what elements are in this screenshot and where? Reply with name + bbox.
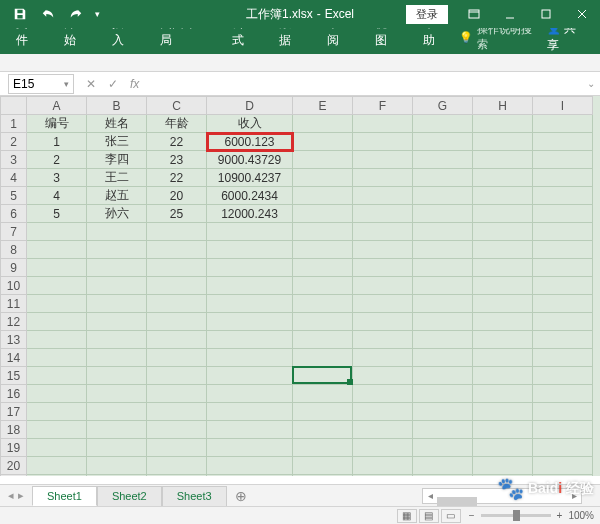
col-head-D[interactable]: D — [207, 97, 293, 115]
cell-H12[interactable] — [473, 313, 533, 331]
row-head-6[interactable]: 6 — [1, 205, 27, 223]
cell-H15[interactable] — [473, 367, 533, 385]
row-head-21[interactable]: 21 — [1, 475, 27, 477]
cell-C19[interactable] — [147, 439, 207, 457]
col-head-H[interactable]: H — [473, 97, 533, 115]
cell-H20[interactable] — [473, 457, 533, 475]
cell-A6[interactable]: 5 — [27, 205, 87, 223]
page-layout-view-button[interactable]: ▤ — [419, 509, 439, 523]
cell-B13[interactable] — [87, 331, 147, 349]
cell-G19[interactable] — [413, 439, 473, 457]
cell-G17[interactable] — [413, 403, 473, 421]
cell-F9[interactable] — [353, 259, 413, 277]
col-head-I[interactable]: I — [533, 97, 593, 115]
cell-G9[interactable] — [413, 259, 473, 277]
cell-D13[interactable] — [207, 331, 293, 349]
cell-A16[interactable] — [27, 385, 87, 403]
cell-A18[interactable] — [27, 421, 87, 439]
cell-A14[interactable] — [27, 349, 87, 367]
cell-B14[interactable] — [87, 349, 147, 367]
formula-expand-button[interactable]: ⌄ — [582, 78, 600, 89]
cell-F15[interactable] — [353, 367, 413, 385]
cell-F5[interactable] — [353, 187, 413, 205]
name-box[interactable]: E15 ▾ — [8, 74, 74, 94]
cell-D15[interactable] — [207, 367, 293, 385]
cell-E10[interactable] — [293, 277, 353, 295]
cell-F17[interactable] — [353, 403, 413, 421]
cell-D12[interactable] — [207, 313, 293, 331]
sheet-tab-Sheet3[interactable]: Sheet3 — [162, 486, 227, 506]
col-head-A[interactable]: A — [27, 97, 87, 115]
cell-B12[interactable] — [87, 313, 147, 331]
cell-D18[interactable] — [207, 421, 293, 439]
cell-D5[interactable]: 6000.2434 — [207, 187, 293, 205]
save-button[interactable] — [6, 0, 34, 28]
cell-A8[interactable] — [27, 241, 87, 259]
row-head-17[interactable]: 17 — [1, 403, 27, 421]
cell-G13[interactable] — [413, 331, 473, 349]
cell-A3[interactable]: 2 — [27, 151, 87, 169]
cell-C21[interactable] — [147, 475, 207, 477]
add-sheet-button[interactable]: ⊕ — [227, 488, 255, 504]
row-head-7[interactable]: 7 — [1, 223, 27, 241]
cell-H6[interactable] — [473, 205, 533, 223]
cell-C17[interactable] — [147, 403, 207, 421]
cell-D17[interactable] — [207, 403, 293, 421]
cell-A17[interactable] — [27, 403, 87, 421]
cell-I5[interactable] — [533, 187, 593, 205]
row-head-14[interactable]: 14 — [1, 349, 27, 367]
cell-C5[interactable]: 20 — [147, 187, 207, 205]
cell-G5[interactable] — [413, 187, 473, 205]
cell-G11[interactable] — [413, 295, 473, 313]
cell-B11[interactable] — [87, 295, 147, 313]
cell-B21[interactable] — [87, 475, 147, 477]
row-head-16[interactable]: 16 — [1, 385, 27, 403]
cell-I14[interactable] — [533, 349, 593, 367]
zoom-in-button[interactable]: + — [557, 510, 563, 521]
cell-A19[interactable] — [27, 439, 87, 457]
cell-I19[interactable] — [533, 439, 593, 457]
cell-A4[interactable]: 3 — [27, 169, 87, 187]
row-head-12[interactable]: 12 — [1, 313, 27, 331]
cell-C18[interactable] — [147, 421, 207, 439]
row-head-13[interactable]: 13 — [1, 331, 27, 349]
cancel-icon[interactable]: ✕ — [86, 77, 96, 91]
cell-B20[interactable] — [87, 457, 147, 475]
cell-H17[interactable] — [473, 403, 533, 421]
cell-F16[interactable] — [353, 385, 413, 403]
cell-G16[interactable] — [413, 385, 473, 403]
cell-H2[interactable] — [473, 133, 533, 151]
cell-H10[interactable] — [473, 277, 533, 295]
cell-C15[interactable] — [147, 367, 207, 385]
cell-D3[interactable]: 9000.43729 — [207, 151, 293, 169]
cell-D14[interactable] — [207, 349, 293, 367]
sheet-nav-prev[interactable]: ◂ — [8, 489, 14, 502]
cell-B18[interactable] — [87, 421, 147, 439]
cell-G2[interactable] — [413, 133, 473, 151]
row-head-9[interactable]: 9 — [1, 259, 27, 277]
row-head-4[interactable]: 4 — [1, 169, 27, 187]
cell-I7[interactable] — [533, 223, 593, 241]
login-button[interactable]: 登录 — [406, 5, 448, 24]
cell-A5[interactable]: 4 — [27, 187, 87, 205]
cell-E17[interactable] — [293, 403, 353, 421]
cell-B5[interactable]: 赵五 — [87, 187, 147, 205]
cell-H16[interactable] — [473, 385, 533, 403]
cell-C3[interactable]: 23 — [147, 151, 207, 169]
worksheet-area[interactable]: ABCDEFGHI1编号姓名年龄收入21张三226000.12332李四2390… — [0, 96, 600, 476]
cell-C13[interactable] — [147, 331, 207, 349]
cell-G10[interactable] — [413, 277, 473, 295]
cell-I8[interactable] — [533, 241, 593, 259]
cell-E13[interactable] — [293, 331, 353, 349]
maximize-button[interactable] — [528, 0, 564, 28]
cell-A15[interactable] — [27, 367, 87, 385]
row-head-20[interactable]: 20 — [1, 457, 27, 475]
cell-I4[interactable] — [533, 169, 593, 187]
cell-E16[interactable] — [293, 385, 353, 403]
cell-D19[interactable] — [207, 439, 293, 457]
cell-E9[interactable] — [293, 259, 353, 277]
cell-F19[interactable] — [353, 439, 413, 457]
cell-I9[interactable] — [533, 259, 593, 277]
cell-E21[interactable] — [293, 475, 353, 477]
qat-customize-button[interactable]: ▾ — [90, 0, 104, 28]
